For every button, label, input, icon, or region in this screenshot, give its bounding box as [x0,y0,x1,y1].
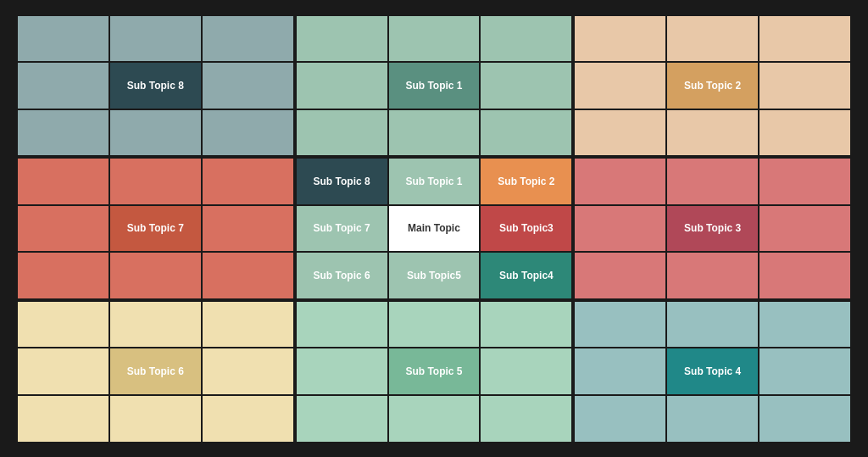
cell[interactable] [667,16,758,62]
subtopic-4-label[interactable]: Sub Topic 4 [667,348,758,394]
cell[interactable] [481,302,571,348]
cell[interactable] [18,253,108,298]
cell[interactable] [575,16,665,62]
center-subtopic-5[interactable]: Sub Topic5 [389,253,480,298]
quadrant-6[interactable]: Sub Topic 3 [575,159,850,298]
cell[interactable] [203,348,293,394]
cell[interactable] [110,253,201,298]
cell[interactable] [760,159,850,204]
center-subtopic-2[interactable]: Sub Topic 2 [481,159,571,204]
center-subtopic-4[interactable]: Sub Topic4 [481,253,571,298]
cell[interactable] [203,206,293,252]
cell[interactable] [481,16,571,62]
cell[interactable] [575,110,665,156]
cell[interactable] [481,348,571,394]
cell[interactable] [667,110,758,156]
cell[interactable] [760,63,850,109]
cell[interactable] [760,396,850,442]
subtopic-5-label[interactable]: Sub Topic 5 [389,348,480,394]
cell[interactable] [760,253,850,298]
cell[interactable] [575,159,665,204]
center-subtopic-6[interactable]: Sub Topic 6 [297,253,387,298]
cell[interactable] [297,396,387,442]
cell[interactable] [575,206,665,252]
quadrant-1[interactable]: Sub Topic 8 [18,16,293,156]
cell[interactable] [481,110,571,156]
cell[interactable] [110,110,201,156]
cell[interactable] [760,302,850,348]
cell[interactable] [575,348,665,394]
cell[interactable] [297,110,387,156]
subtopic-7-label[interactable]: Sub Topic 7 [110,206,201,252]
cell[interactable] [575,396,665,442]
subtopic-2-label[interactable]: Sub Topic 2 [667,63,758,109]
cell[interactable] [18,348,108,394]
cell[interactable] [18,206,108,252]
cell[interactable] [760,16,850,62]
quadrant-4[interactable]: Sub Topic 7 [18,159,293,298]
subtopic-1-label[interactable]: Sub Topic 1 [389,63,480,109]
cell[interactable] [575,302,665,348]
center-subtopic-1[interactable]: Sub Topic 1 [389,159,480,204]
quadrant-9[interactable]: Sub Topic 4 [575,302,850,442]
cell[interactable] [389,396,480,442]
quadrant-2[interactable]: Sub Topic 1 [297,16,572,156]
quadrant-7[interactable]: Sub Topic 6 [18,302,293,442]
cell[interactable] [575,253,665,298]
cell[interactable] [667,253,758,298]
cell[interactable] [297,16,387,62]
center-subtopic-7[interactable]: Sub Topic 7 [297,206,387,252]
cell[interactable] [389,302,480,348]
cell[interactable] [203,159,293,204]
cell[interactable] [389,16,480,62]
cell[interactable] [481,63,571,109]
cell[interactable] [18,396,108,442]
cell[interactable] [18,159,108,204]
cell[interactable] [760,348,850,394]
cell[interactable] [203,63,293,109]
cell[interactable] [18,63,108,109]
cell[interactable] [760,206,850,252]
cell[interactable] [667,396,758,442]
cell[interactable] [110,16,201,62]
cell[interactable] [110,396,201,442]
cell[interactable] [18,110,108,156]
subtopic-3-label[interactable]: Sub Topic 3 [667,206,758,252]
cell[interactable] [203,110,293,156]
cell[interactable] [297,348,387,394]
cell[interactable] [110,302,201,348]
quadrant-center[interactable]: Sub Topic 8 Sub Topic 1 Sub Topic 2 Sub … [297,159,572,298]
cell[interactable] [203,16,293,62]
center-subtopic-8[interactable]: Sub Topic 8 [297,159,387,204]
cell[interactable] [203,253,293,298]
cell[interactable] [18,16,108,62]
cell[interactable] [203,396,293,442]
cell[interactable] [297,302,387,348]
subtopic-8-label[interactable]: Sub Topic 8 [110,63,201,109]
cell[interactable] [575,63,665,109]
cell[interactable] [389,110,480,156]
cell[interactable] [667,159,758,204]
cell[interactable] [481,396,571,442]
main-topic-label[interactable]: Main Topic [389,206,480,252]
cell[interactable] [297,63,387,109]
mind-map: Sub Topic 8 Sub Topic 1 Sub Topic 2 Su [14,13,854,445]
cell[interactable] [760,110,850,156]
cell[interactable] [667,302,758,348]
quadrant-3[interactable]: Sub Topic 2 [575,16,850,156]
subtopic-6-label[interactable]: Sub Topic 6 [110,348,201,394]
center-subtopic-3[interactable]: Sub Topic3 [481,206,571,252]
quadrant-8[interactable]: Sub Topic 5 [297,302,572,442]
cell[interactable] [110,159,201,204]
cell[interactable] [203,302,293,348]
cell[interactable] [18,302,108,348]
